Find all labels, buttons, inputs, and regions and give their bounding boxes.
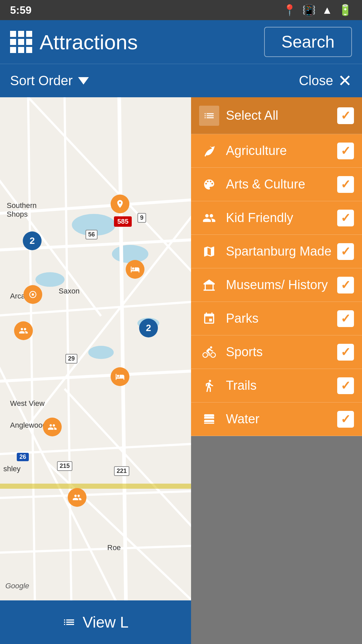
svg-point-22 xyxy=(32,293,34,296)
svg-point-1 xyxy=(112,245,148,263)
highway-shield-9: 9 xyxy=(137,213,146,223)
parks-checkbox[interactable]: ✓ xyxy=(337,310,354,327)
map-badge-2-top[interactable]: 2 xyxy=(23,231,42,250)
kid-friendly-checkbox[interactable]: ✓ xyxy=(337,210,354,226)
check-icon: ✓ xyxy=(341,145,351,157)
filter-select-all[interactable]: Select All ✓ xyxy=(191,97,362,134)
check-icon: ✓ xyxy=(341,346,351,358)
select-all-label: Select All xyxy=(226,108,337,123)
highway-shield-56: 56 xyxy=(85,230,98,239)
map-label-west-view: West View xyxy=(10,399,45,408)
svg-point-2 xyxy=(36,272,65,287)
chevron-down-icon xyxy=(78,77,89,85)
map-marker-7[interactable] xyxy=(68,488,86,507)
gray-area xyxy=(191,436,362,644)
water-label: Water xyxy=(226,412,337,426)
grid-icon[interactable] xyxy=(10,31,32,53)
filter-item-trails[interactable]: Trails ✓ xyxy=(191,369,362,402)
filter-item-agriculture[interactable]: Agriculture ✓ xyxy=(191,134,362,168)
map-marker-6[interactable] xyxy=(43,418,62,436)
close-label: Close xyxy=(299,73,333,88)
check-icon: ✓ xyxy=(341,110,351,122)
kid-friendly-icon xyxy=(199,208,219,228)
close-button[interactable]: Close ✕ xyxy=(299,72,352,89)
filter-item-kid-friendly[interactable]: Kid Friendly ✓ xyxy=(191,201,362,235)
museums-history-icon xyxy=(199,275,219,295)
page-title: Attractions xyxy=(40,30,138,54)
check-icon: ✓ xyxy=(341,178,351,191)
map-marker-5[interactable] xyxy=(111,367,129,386)
map-marker-1[interactable] xyxy=(111,195,129,213)
app-header: Attractions Search xyxy=(0,20,362,64)
sort-order-button[interactable]: Sort Order xyxy=(10,73,89,88)
interstate-shield-26: 26 xyxy=(17,453,29,461)
filter-list: Select All ✓ Agriculture ✓ xyxy=(191,97,362,436)
trails-label: Trails xyxy=(226,378,337,393)
sports-icon xyxy=(199,342,219,362)
header-left: Attractions xyxy=(10,30,138,54)
filter-item-water[interactable]: Water ✓ xyxy=(191,402,362,436)
svg-line-11 xyxy=(0,371,191,382)
view-list-button[interactable]: View L xyxy=(0,600,191,644)
water-checkbox[interactable]: ✓ xyxy=(337,411,354,428)
map-label-southern-shops: SouthernShops xyxy=(7,201,37,219)
svg-line-19 xyxy=(65,389,191,535)
map-area: SouthernShops Arcadia Saxon West View An… xyxy=(0,97,191,644)
museums-history-label: Museums/ History xyxy=(226,278,337,292)
kid-friendly-label: Kid Friendly xyxy=(226,211,337,225)
check-icon: ✓ xyxy=(341,279,351,291)
check-icon: ✓ xyxy=(341,212,351,224)
view-list-label: View L xyxy=(82,613,128,631)
map-marker-3[interactable] xyxy=(23,285,42,304)
parks-label: Parks xyxy=(226,311,337,326)
map-label-saxon: Saxon xyxy=(59,287,79,296)
status-time: 5:59 xyxy=(10,4,32,16)
filter-panel: Select All ✓ Agriculture ✓ xyxy=(191,97,362,644)
filter-item-arts-culture[interactable]: Arts & Culture ✓ xyxy=(191,168,362,201)
battery-icon: 🔋 xyxy=(339,4,352,16)
map-label-roe: Roe xyxy=(107,543,121,552)
parks-icon xyxy=(199,309,219,329)
map-marker-2[interactable] xyxy=(126,260,144,279)
highway-shield-29: 29 xyxy=(65,354,77,364)
trails-icon xyxy=(199,376,219,396)
spartanburg-made-checkbox[interactable]: ✓ xyxy=(337,243,354,260)
search-button[interactable]: Search xyxy=(264,27,352,57)
museums-history-checkbox[interactable]: ✓ xyxy=(337,277,354,293)
agriculture-label: Agriculture xyxy=(226,144,337,158)
spartanburg-made-label: Spartanburg Made xyxy=(226,244,337,259)
highway-shield-215: 215 xyxy=(57,461,72,471)
highway-shield-585: 585 xyxy=(114,216,132,227)
map-marker-4[interactable] xyxy=(14,321,33,340)
svg-line-14 xyxy=(0,546,191,553)
svg-rect-21 xyxy=(0,484,191,489)
agriculture-checkbox[interactable]: ✓ xyxy=(337,143,354,159)
vibrate-icon: 📳 xyxy=(302,4,316,16)
main-content: SouthernShops Arcadia Saxon West View An… xyxy=(0,97,362,644)
close-icon: ✕ xyxy=(338,72,352,89)
select-all-checkbox[interactable]: ✓ xyxy=(337,107,354,124)
filter-item-museums-history[interactable]: Museums/ History ✓ xyxy=(191,268,362,302)
svg-point-3 xyxy=(88,346,114,359)
toolbar: Sort Order Close ✕ xyxy=(0,64,362,97)
trails-checkbox[interactable]: ✓ xyxy=(337,377,354,394)
select-all-icon xyxy=(199,106,219,126)
water-icon xyxy=(199,409,219,429)
arts-culture-checkbox[interactable]: ✓ xyxy=(337,176,354,193)
map-badge-2-mid[interactable]: 2 xyxy=(139,319,158,337)
location-icon: 📍 xyxy=(283,4,296,16)
sort-order-label: Sort Order xyxy=(10,73,73,88)
map-background: SouthernShops Arcadia Saxon West View An… xyxy=(0,97,191,644)
svg-line-17 xyxy=(28,207,191,425)
google-logo: Google xyxy=(5,582,29,590)
sports-checkbox[interactable]: ✓ xyxy=(337,344,354,361)
filter-item-parks[interactable]: Parks ✓ xyxy=(191,302,362,335)
check-icon: ✓ xyxy=(341,413,351,425)
map-svg xyxy=(0,97,191,644)
sports-label: Sports xyxy=(226,345,337,359)
filter-item-sports[interactable]: Sports ✓ xyxy=(191,335,362,369)
map-label-anglewood: Anglewood xyxy=(10,421,47,430)
wifi-icon: ▲ xyxy=(322,4,333,16)
check-icon: ✓ xyxy=(341,313,351,325)
filter-item-spartanburg-made[interactable]: Spartanburg Made ✓ xyxy=(191,235,362,268)
